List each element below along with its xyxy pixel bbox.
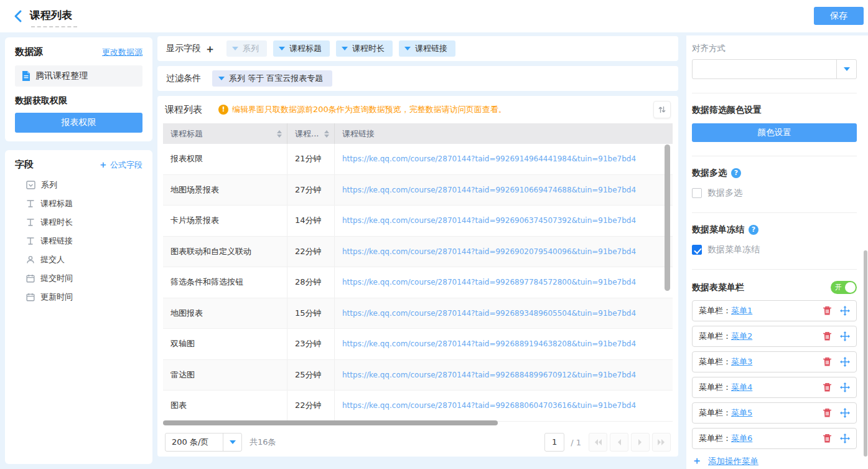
- table-row: 地图场景报表27分钟https://ke.qq.com/course/28701…: [163, 175, 673, 206]
- cell-link[interactable]: https://ke.qq.com/course/2870144?taid=99…: [335, 247, 673, 256]
- field-item-series[interactable]: 系列: [15, 176, 142, 194]
- table-row: 图表22分钟https://ke.qq.com/course/2870144?t…: [163, 391, 673, 422]
- checkbox-checked[interactable]: [692, 245, 702, 255]
- delete-menu-button[interactable]: [823, 306, 832, 316]
- cell-link[interactable]: https://ke.qq.com/course/2870144?taid=99…: [335, 154, 673, 163]
- move-icon: [840, 331, 850, 341]
- datasource-name: 腾讯课程整理: [35, 70, 88, 82]
- select-field-icon: [26, 181, 35, 189]
- delete-menu-button[interactable]: [823, 357, 832, 367]
- back-icon[interactable]: [11, 9, 26, 24]
- page-vertical-scrollbar[interactable]: [864, 250, 867, 457]
- cell-duration: 21分钟: [287, 144, 335, 174]
- cell-title: 图表: [163, 391, 287, 421]
- main-content: 显示字段 ＋ 系列 课程标题 课程时长 课程链接 过滤条件 系列: [157, 36, 678, 457]
- horizontal-scrollbar[interactable]: [163, 420, 498, 425]
- field-item-course-link[interactable]: 课程链接: [15, 232, 142, 250]
- help-icon[interactable]: ?: [749, 225, 758, 235]
- cell-title: 地图场景报表: [163, 175, 287, 206]
- save-button[interactable]: 保存: [814, 7, 864, 25]
- column-header-course-title[interactable]: 课程标题: [163, 123, 287, 144]
- cell-title: 地图报表: [163, 298, 287, 329]
- page-size-select[interactable]: 200 条/页: [165, 433, 242, 452]
- column-header-course-duration[interactable]: 课程...: [287, 123, 335, 144]
- move-menu-button[interactable]: [840, 408, 850, 418]
- trash-icon: [823, 382, 832, 392]
- move-menu-button[interactable]: [840, 306, 850, 316]
- field-item-update-time[interactable]: 更新时间: [15, 288, 142, 306]
- cell-link[interactable]: https://ke.qq.com/course/2870144?taid=99…: [335, 371, 673, 379]
- cell-link[interactable]: https://ke.qq.com/course/2870144?taid=99…: [335, 339, 673, 348]
- cell-duration: 22分钟: [287, 237, 335, 267]
- display-field-tag-course-title[interactable]: 课程标题: [273, 40, 330, 57]
- chevron-down-icon: [404, 47, 411, 50]
- delete-menu-button[interactable]: [823, 433, 832, 443]
- menubar-toggle-on[interactable]: 开: [831, 281, 857, 294]
- multiselect-title: 数据多选 ?: [692, 168, 857, 179]
- double-chevron-right-icon: [657, 438, 666, 446]
- datasource-item[interactable]: 腾讯课程整理: [15, 65, 142, 87]
- filter-condition-tag[interactable]: 系列 等于 百宝云报表专题: [212, 70, 332, 87]
- checkbox-unchecked[interactable]: [692, 188, 702, 198]
- change-datasource-link[interactable]: 更改数据源: [102, 47, 142, 58]
- table-row: 筛选条件和筛选按钮28分钟https://ke.qq.com/course/28…: [163, 267, 673, 298]
- field-item-course-title[interactable]: 课程标题: [15, 194, 142, 213]
- field-item-submit-time[interactable]: 提交时间: [15, 269, 142, 288]
- sort-icon[interactable]: [277, 130, 282, 138]
- divider: [692, 93, 857, 93]
- cell-link[interactable]: https://ke.qq.com/course/2870144?taid=99…: [335, 186, 673, 194]
- next-page-button[interactable]: [631, 433, 650, 452]
- cell-title: 报表权限: [163, 144, 287, 174]
- first-page-button[interactable]: [589, 433, 607, 452]
- chevron-right-icon: [637, 438, 643, 446]
- prev-page-button[interactable]: [610, 433, 628, 452]
- page-number-input[interactable]: 1: [544, 433, 564, 452]
- plus-icon: ＋: [98, 159, 108, 170]
- align-select[interactable]: [692, 59, 857, 79]
- help-icon[interactable]: ?: [731, 168, 741, 178]
- move-icon: [840, 433, 850, 443]
- move-menu-button[interactable]: [840, 433, 850, 443]
- chevron-left-icon: [616, 438, 622, 446]
- pagination-bar: 200 条/页 共16条 1 / 1: [157, 428, 678, 457]
- divider: [692, 269, 857, 270]
- filter-label: 过滤条件: [166, 73, 201, 84]
- filter-color-title: 数据筛选颜色设置: [692, 105, 857, 116]
- color-settings-button[interactable]: 颜色设置: [692, 123, 857, 142]
- add-display-field-icon[interactable]: ＋: [205, 42, 215, 56]
- multiselect-checkbox-row[interactable]: 数据多选: [692, 187, 857, 199]
- field-list: 系列 课程标题 课程时长 课程链接 提交人 提交时间: [15, 176, 142, 306]
- menu-item-4: 菜单栏：菜单4: [692, 377, 857, 398]
- trash-icon: [823, 357, 832, 367]
- cell-link[interactable]: https://ke.qq.com/course/2870144?taid=99…: [335, 401, 673, 410]
- delete-menu-button[interactable]: [823, 331, 832, 341]
- freeze-checkbox-row[interactable]: 数据菜单冻结: [692, 244, 857, 255]
- display-field-tag-series[interactable]: 系列: [226, 40, 267, 57]
- last-page-button[interactable]: [652, 433, 671, 452]
- move-menu-button[interactable]: [840, 331, 850, 341]
- display-fields-label: 显示字段: [166, 43, 201, 54]
- display-field-tag-course-link[interactable]: 课程链接: [399, 40, 455, 57]
- cell-link[interactable]: https://ke.qq.com/course/2870144?taid=99…: [335, 216, 673, 225]
- display-field-tag-course-duration[interactable]: 课程时长: [336, 40, 393, 57]
- table-vertical-scrollbar[interactable]: [665, 144, 670, 291]
- formula-field-link[interactable]: ＋公式字段: [98, 159, 142, 171]
- settings-panel: 对齐方式 数据筛选颜色设置 颜色设置 数据多选 ? 数据多选 数据菜单冻结 ? …: [686, 36, 868, 469]
- move-menu-button[interactable]: [840, 357, 850, 367]
- cell-link[interactable]: https://ke.qq.com/course/2870144?taid=99…: [335, 278, 673, 287]
- sort-toggle-button[interactable]: [653, 101, 671, 118]
- delete-menu-button[interactable]: [823, 382, 832, 392]
- trash-icon: [823, 306, 832, 316]
- move-menu-button[interactable]: [840, 382, 850, 392]
- field-item-course-duration[interactable]: 课程时长: [15, 213, 142, 232]
- cell-link[interactable]: https://ke.qq.com/course/2870144?taid=99…: [335, 309, 673, 318]
- report-perm-button[interactable]: 报表权限: [15, 113, 142, 133]
- field-item-submitter[interactable]: 提交人: [15, 250, 142, 269]
- cell-title: 双轴图: [163, 329, 287, 359]
- chevron-down-icon: [279, 47, 285, 50]
- add-action-menu-link[interactable]: ＋ 添加操作菜单: [692, 455, 857, 468]
- chevron-down-icon: [342, 47, 348, 50]
- delete-menu-button[interactable]: [823, 408, 832, 418]
- fields-title: 字段: [15, 159, 34, 171]
- sort-icon[interactable]: [324, 130, 329, 138]
